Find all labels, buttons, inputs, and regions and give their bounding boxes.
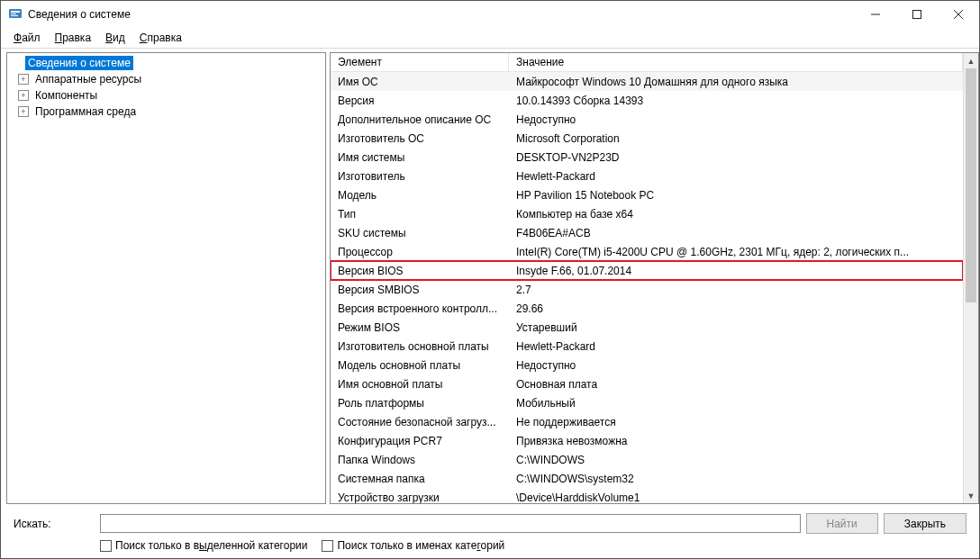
svg-rect-5: [913, 11, 921, 19]
close-button[interactable]: [938, 1, 979, 28]
cell-key: Тип: [331, 206, 509, 222]
table-row[interactable]: Папка WindowsC:\WINDOWS: [331, 450, 963, 469]
menu-help[interactable]: Справка: [132, 30, 189, 46]
tree-item[interactable]: +Программная среда: [7, 104, 325, 120]
tree-pane[interactable]: − Сведения о системе +Аппаратные ресурсы…: [6, 52, 326, 504]
column-value[interactable]: Значение: [509, 53, 963, 71]
cell-value: C:\WINDOWS\system32: [509, 471, 963, 487]
cell-value: Не поддерживается: [509, 414, 963, 430]
cell-key: Версия встроенного контролл...: [331, 301, 509, 317]
checkbox-box-icon: [100, 540, 112, 552]
table-row[interactable]: Версия BIOSInsyde F.66, 01.07.2014: [331, 261, 963, 280]
cell-value: Hewlett-Packard: [509, 338, 963, 355]
details-pane: Элемент Значение Имя ОСМайкрософт Window…: [330, 52, 979, 504]
minimize-button[interactable]: [855, 1, 896, 28]
find-button[interactable]: Найти: [806, 513, 878, 534]
table-row[interactable]: Имя ОСМайкрософт Windows 10 Домашняя для…: [331, 72, 963, 91]
table-row[interactable]: Версия10.0.14393 Сборка 14393: [331, 91, 963, 110]
cell-key: Изготовитель: [331, 168, 509, 185]
cell-value: \Device\HarddiskVolume1: [509, 490, 963, 504]
cell-value: 10.0.14393 Сборка 14393: [509, 93, 963, 109]
checkbox-selected-category[interactable]: Поиск только в выделенной категории: [100, 539, 307, 552]
column-element[interactable]: Элемент: [331, 53, 509, 71]
table-row[interactable]: Системная папкаC:\WINDOWS\system32: [331, 469, 963, 488]
cell-key: Дополнительное описание ОС: [331, 112, 509, 128]
cell-value: 2.7: [509, 282, 963, 298]
cell-value: Hewlett-Packard: [509, 168, 963, 185]
table-row[interactable]: ТипКомпьютер на базе x64: [331, 204, 963, 223]
scroll-up-icon[interactable]: ▲: [964, 53, 978, 68]
cell-value: Insyde F.66, 01.07.2014: [509, 263, 963, 279]
table-row[interactable]: SKU системыF4B06EA#ACB: [331, 223, 963, 242]
table-row[interactable]: Дополнительное описание ОСНедоступно: [331, 110, 963, 129]
table-row[interactable]: Состояние безопасной загруз...Не поддерж…: [331, 412, 963, 431]
table-row[interactable]: Изготовитель ОСMicrosoft Corporation: [331, 129, 963, 148]
cell-key: Системная папка: [331, 471, 509, 487]
cell-value: Компьютер на базе x64: [509, 206, 963, 222]
table-row[interactable]: ПроцессорIntel(R) Core(TM) i5-4200U CPU …: [331, 242, 963, 261]
cell-key: Изготовитель ОС: [331, 131, 509, 147]
table-row[interactable]: Режим BIOSУстаревший: [331, 318, 963, 337]
menu-edit[interactable]: Правка: [48, 30, 99, 46]
footer: Искать: Найти Закрыть Поиск только в выд…: [1, 508, 979, 558]
table-row[interactable]: МодельHP Pavilion 15 Notebook PC: [331, 185, 963, 204]
tree-item[interactable]: +Аппаратные ресурсы: [7, 71, 325, 87]
cell-key: Режим BIOS: [331, 320, 509, 336]
cell-key: Модель: [331, 187, 509, 203]
cell-key: Роль платформы: [331, 395, 509, 411]
cell-key: Имя системы: [331, 149, 509, 166]
cell-value: Майкрософт Windows 10 Домашняя для одног…: [509, 74, 963, 90]
scroll-thumb[interactable]: [966, 68, 976, 302]
expand-icon[interactable]: +: [18, 90, 29, 101]
table-row[interactable]: ИзготовительHewlett-Packard: [331, 167, 963, 185]
scrollbar[interactable]: ▲ ▼: [963, 53, 978, 503]
cell-key: Версия SMBIOS: [331, 282, 509, 298]
cell-value: HP Pavilion 15 Notebook PC: [509, 187, 963, 203]
window-title: Сведения о системе: [28, 8, 131, 21]
app-icon: [8, 7, 23, 22]
search-label: Искать:: [14, 518, 95, 530]
cell-key: Изготовитель основной платы: [331, 338, 509, 355]
svg-rect-3: [11, 15, 18, 16]
table-row[interactable]: Конфигурация PCR7Привязка невозможна: [331, 431, 963, 450]
cell-key: Состояние безопасной загруз...: [331, 414, 509, 430]
cell-key: Версия BIOS: [331, 263, 509, 279]
tree-root[interactable]: − Сведения о системе: [7, 55, 325, 71]
cell-value: F4B06EA#ACB: [509, 225, 963, 241]
table-row[interactable]: Версия SMBIOS2.7: [331, 280, 963, 299]
close-footer-button[interactable]: Закрыть: [884, 513, 966, 534]
cell-value: Недоступно: [509, 357, 963, 374]
cell-value: Мобильный: [509, 395, 963, 411]
table-row[interactable]: Версия встроенного контролл...29.66: [331, 299, 963, 318]
scroll-down-icon[interactable]: ▼: [964, 488, 978, 503]
cell-key: Процессор: [331, 244, 509, 260]
table-row[interactable]: Имя основной платыОсновная плата: [331, 374, 963, 393]
maximize-button[interactable]: [896, 1, 938, 28]
table-row[interactable]: Изготовитель основной платыHewlett-Packa…: [331, 337, 963, 356]
table-row[interactable]: Роль платформыМобильный: [331, 393, 963, 412]
cell-value: DESKTOP-VN2P23D: [509, 149, 963, 166]
menu-view[interactable]: Вид: [98, 30, 132, 46]
menubar: Файл Правка Вид Справка: [1, 28, 979, 48]
cell-value: 29.66: [509, 301, 963, 317]
table-row[interactable]: Модель основной платыНедоступно: [331, 356, 963, 374]
expand-icon[interactable]: +: [18, 106, 29, 117]
scroll-track[interactable]: [964, 68, 978, 488]
svg-rect-2: [11, 14, 16, 14]
table-row[interactable]: Устройство загрузки\Device\HarddiskVolum…: [331, 488, 963, 503]
search-input[interactable]: [100, 514, 801, 533]
cell-key: Конфигурация PCR7: [331, 433, 509, 449]
cell-value: Устаревший: [509, 320, 963, 336]
titlebar: Сведения о системе: [1, 1, 979, 28]
expand-icon[interactable]: +: [18, 74, 29, 85]
menu-file[interactable]: Файл: [6, 30, 48, 46]
cell-key: Версия: [331, 93, 509, 109]
columns-header[interactable]: Элемент Значение: [331, 53, 963, 72]
table-row[interactable]: Имя системыDESKTOP-VN2P23D: [331, 148, 963, 167]
cell-value: Microsoft Corporation: [509, 131, 963, 147]
checkbox-box-icon: [322, 540, 333, 552]
cell-value: Недоступно: [509, 112, 963, 128]
tree-item[interactable]: +Компоненты: [7, 87, 325, 104]
checkbox-category-names[interactable]: Поиск только в именах категорий: [322, 539, 504, 552]
cell-key: Имя ОС: [331, 74, 509, 90]
